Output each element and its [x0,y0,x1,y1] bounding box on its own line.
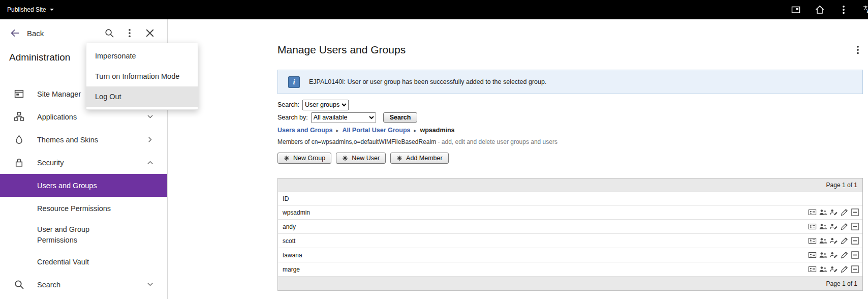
table-pager-top: Page 1 of 1 [278,178,862,192]
applications-icon [14,111,24,122]
info-message-box: i EJPAL0140I: User or user group has bee… [277,70,863,94]
info-icon: i [288,76,300,88]
edit-icon[interactable] [840,208,849,217]
remove-icon[interactable] [851,222,859,231]
remove-icon[interactable] [851,265,859,274]
search-by-select[interactable]: All available [311,112,376,123]
remove-icon[interactable] [851,251,859,259]
edit-profile-icon[interactable] [829,265,838,274]
id-card-icon[interactable] [808,222,817,231]
edit-icon[interactable] [840,251,849,259]
sidebar-item-credential-vault[interactable]: Credential Vault [0,250,167,273]
id-card-icon[interactable] [808,236,817,245]
membership-icon[interactable] [819,208,827,217]
chevron-down-icon [146,281,154,288]
chevron-right-icon [146,136,154,143]
actions-menu: Impersonate Turn on Information Mode Log… [86,43,198,110]
search-button[interactable]: Search [383,112,418,123]
edit-profile-icon[interactable] [829,236,838,245]
row-actions [808,236,859,245]
membership-icon[interactable] [819,236,827,245]
table-row: wpsadmin [278,205,862,220]
membership-icon[interactable] [819,251,827,259]
home-icon[interactable] [815,5,825,15]
sidebar-item-label: Applications [37,113,77,121]
sidebar-nav: Site Manager Applications Themes and Ski… [0,82,167,296]
sidebar-item-user-and-group-permissions[interactable]: User and Group Permissions [0,220,167,250]
row-actions [808,251,859,259]
sidebar-header: Back [9,27,155,39]
breadcrumb-separator-icon: ▸ [336,128,338,133]
sidebar-item-themes-and-skins[interactable]: Themes and Skins [0,128,167,151]
remove-icon[interactable] [851,236,859,245]
table-row: marge [278,262,862,277]
sidebar-item-resource-permissions[interactable]: Resource Permissions [0,197,167,220]
remove-icon[interactable] [851,208,859,217]
membership-icon[interactable] [819,222,827,231]
button-label: New Group [293,155,325,162]
action-buttons: New Group New User Add Member [277,153,863,164]
search-by-label: Search by: [277,114,308,121]
breadcrumb-separator-icon: ▸ [414,128,416,133]
translate-icon[interactable] [862,5,868,15]
membership-icon[interactable] [819,265,827,274]
topbar-icon-group [791,5,868,15]
back-arrow-icon [9,27,20,39]
menu-item-information-mode[interactable]: Turn on Information Mode [86,66,198,86]
sidebar-item-label: Site Manager [37,90,81,98]
search-type-select[interactable]: User groups [302,100,349,110]
breadcrumb-all-portal-user-groups[interactable]: All Portal User Groups [342,127,410,134]
sidebar-item-label: Resource Permissions [37,204,111,213]
id-card-icon[interactable] [808,208,817,217]
lock-icon [14,157,24,168]
breadcrumb-current: wpsadmins [420,127,455,134]
new-user-button[interactable]: New User [336,153,386,164]
published-site-label: Published Site [7,6,46,13]
top-bar: Published Site [0,0,868,19]
edit-icon[interactable] [840,236,849,245]
table-id-header: ID [278,192,862,205]
breadcrumb-users-and-groups[interactable]: Users and Groups [277,127,332,134]
edit-icon[interactable] [840,222,849,231]
search-by-row: Search by: All available Search [277,111,863,124]
id-card-icon[interactable] [808,251,817,259]
close-icon[interactable] [145,28,155,38]
new-group-button[interactable]: New Group [277,153,331,164]
title-row: Manage Users and Groups [277,44,863,56]
back-button[interactable]: Back [9,27,44,39]
console-icon[interactable] [791,5,801,15]
sidebar-item-search[interactable]: Search [0,273,167,296]
search-icon[interactable] [104,28,114,38]
table-row: scott [278,234,862,248]
members-text: Members of cn=wpsadmins,o=defaultWIMFile… [277,138,436,145]
row-id: wpsadmin [283,209,310,216]
members-description: Members of cn=wpsadmins,o=defaultWIMFile… [277,138,863,145]
edit-icon[interactable] [840,265,849,274]
search-icon [14,279,24,290]
menu-item-impersonate[interactable]: Impersonate [86,46,198,66]
new-icon [284,155,290,161]
breadcrumb: Users and Groups ▸ All Portal User Group… [277,127,863,134]
kebab-icon[interactable] [125,28,135,38]
published-site-menu[interactable]: Published Site [7,6,54,13]
edit-profile-icon[interactable] [829,222,838,231]
row-actions [808,222,859,231]
table-pager-bottom: Page 1 of 1 [278,277,862,290]
page-title: Manage Users and Groups [277,44,406,56]
search-label: Search: [277,101,299,108]
sidebar-item-security[interactable]: Security [0,151,167,174]
menu-item-log-out[interactable]: Log Out [86,86,198,107]
main-area: Manage Users and Groups i EJPAL0140I: Us… [168,19,868,299]
kebab-icon[interactable] [839,5,849,15]
new-icon [342,155,348,161]
members-hint: - add, edit and delete user groups and u… [436,138,557,145]
id-card-icon[interactable] [808,265,817,274]
edit-profile-icon[interactable] [829,251,838,259]
add-member-button[interactable]: Add Member [390,153,449,164]
sidebar-item-users-and-groups[interactable]: Users and Groups [0,174,167,197]
table-row: andy [278,220,862,234]
kebab-icon[interactable] [853,45,863,55]
site-manager-icon [14,88,24,99]
edit-profile-icon[interactable] [829,208,838,217]
sidebar-item-label: User and Group Permissions [37,224,113,246]
